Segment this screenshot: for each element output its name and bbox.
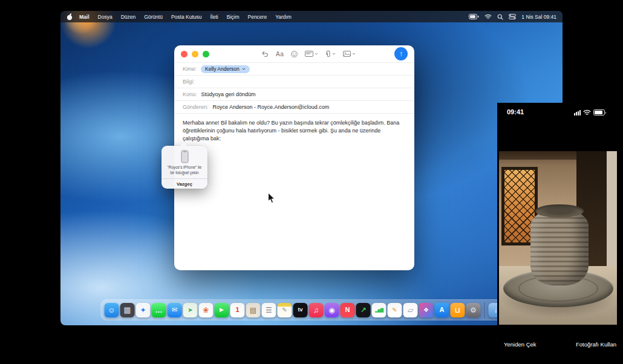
menu-bar-clock[interactable]: 1 Nis Sal 09:41 <box>521 14 556 20</box>
wifi-icon[interactable] <box>484 14 492 19</box>
menu-dosya[interactable]: Dosya <box>94 14 117 20</box>
subject-field[interactable]: Konu: Stüdyoya geri döndüm <box>174 88 414 100</box>
popover-message: “Royce's iPhone” ile bir fotoğraf çekin <box>161 163 207 178</box>
dock-icon-books[interactable]: ⊔ <box>451 303 465 317</box>
chevron-down-icon <box>242 68 246 70</box>
facetime-icon: ▶ <box>220 307 224 313</box>
maps-icon: ➤ <box>188 307 192 313</box>
recipient-token[interactable]: Kelly Anderson <box>201 65 250 73</box>
calendar-icon: 1 <box>235 307 239 313</box>
cancel-button[interactable]: Vazgeç <box>161 179 207 189</box>
minimize-button[interactable] <box>192 51 198 57</box>
menu-bar-left: Mail Dosya Düzen Görüntü Posta Kutusu İl… <box>67 13 296 21</box>
dock-icon-maps[interactable]: ➤ <box>183 303 198 317</box>
format-button[interactable]: Aa <box>276 51 284 57</box>
compose-tools: Aa <box>261 50 356 57</box>
dock-icon-calendar[interactable]: 1 <box>230 303 245 317</box>
to-field[interactable]: Kime: Kelly Anderson <box>174 62 414 75</box>
dock-icon-messages[interactable]: … <box>152 303 166 317</box>
menu-goruntu[interactable]: Görüntü <box>140 14 167 20</box>
dock-icon-podcasts[interactable]: ◉ <box>325 303 339 317</box>
dock-icon-notes[interactable]: ✎ <box>278 303 292 317</box>
media-browser-button[interactable] <box>343 51 356 57</box>
menu-mail[interactable]: Mail <box>75 14 94 20</box>
dock-icon-contacts[interactable]: ▤ <box>246 303 261 317</box>
undo-icon[interactable] <box>261 51 269 57</box>
chevron-down-icon <box>315 53 318 55</box>
dock-icon-pages[interactable]: ✎ <box>388 303 402 317</box>
news-icon: N <box>345 307 350 313</box>
retake-button[interactable]: Yeniden Çek <box>504 341 537 348</box>
use-photo-button[interactable]: Fotoğrafı Kullan <box>576 341 616 348</box>
paperclip-icon <box>325 50 331 57</box>
dock-icon-system-settings[interactable]: ⚙ <box>466 303 481 317</box>
send-button[interactable]: ↑ <box>394 47 408 60</box>
close-button[interactable] <box>181 51 188 57</box>
header-fields-button[interactable] <box>305 51 318 57</box>
dock-icon-mail[interactable]: ✉ <box>168 303 182 317</box>
cellular-signal-icon <box>574 110 581 115</box>
phone-clock: 09:41 <box>507 108 524 115</box>
battery-icon[interactable] <box>469 14 479 19</box>
camera-controls-bar: Yeniden Çek Fotoğrafı Kullan <box>497 325 623 364</box>
mail-compose-window: Aa <box>174 45 414 270</box>
clay-pot <box>530 209 589 285</box>
dock: ☺ ▦ ✦ … ✉ ➤ ❀ ▶ 1 ▤ ☰ ✎ tv ♫ ◉ N ↗ ▂▅▇ ✎… <box>101 299 523 320</box>
freeform-icon: ▱ <box>408 307 413 314</box>
dock-icon-app-store[interactable]: A <box>435 303 449 317</box>
iphone-icon <box>181 150 189 163</box>
dock-icon-launchpad[interactable]: ▦ <box>120 303 135 317</box>
gear-icon: ⚙ <box>470 307 477 314</box>
dock-icon-tv[interactable]: tv <box>293 303 308 317</box>
continuity-camera-popover: “Royce's iPhone” ile bir fotoğraf çekin … <box>161 146 207 189</box>
dock-icon-news[interactable]: N <box>341 303 355 317</box>
dock-icon-music[interactable]: ♫ <box>309 303 324 317</box>
dock-icon-finder[interactable]: ☺ <box>105 303 119 317</box>
control-center-icon[interactable] <box>509 14 516 19</box>
cc-field[interactable]: Bilgi: <box>174 75 414 88</box>
mouse-cursor <box>267 192 275 204</box>
mail-icon: ✉ <box>172 307 177 313</box>
app-store-icon: A <box>440 307 445 313</box>
apple-menu[interactable] <box>67 13 73 21</box>
menu-bicim[interactable]: Biçim <box>223 14 244 20</box>
pages-icon: ✎ <box>392 307 397 313</box>
attachment-button[interactable] <box>325 50 336 57</box>
from-field[interactable]: Gönderen: Royce Anderson - Royce.Anderso… <box>174 100 414 113</box>
message-body[interactable]: Merhaba anne! Bil bakalım ne oldu? Bu ya… <box>174 113 414 284</box>
zoom-button[interactable] <box>203 51 209 57</box>
header-fields-icon <box>305 51 313 57</box>
dock-icon-reminders[interactable]: ☰ <box>262 303 276 317</box>
white-door <box>607 151 617 270</box>
from-label: Gönderen: <box>183 104 209 110</box>
messages-icon: … <box>155 307 163 314</box>
recipient-name: Kelly Anderson <box>205 66 240 72</box>
dock-icon-numbers[interactable]: ▂▅▇ <box>372 303 387 317</box>
menu-ileti[interactable]: İleti <box>206 14 222 20</box>
camera-viewfinder <box>499 151 617 325</box>
menu-posta-kutusu[interactable]: Posta Kutusu <box>167 14 206 20</box>
photos-icon: ❀ <box>203 307 209 314</box>
contacts-icon: ▤ <box>250 307 256 314</box>
phone-status-icons <box>574 109 605 115</box>
spotlight-icon[interactable] <box>497 14 503 20</box>
dock-icon-freeform[interactable]: ▱ <box>403 303 418 317</box>
menu-pencere[interactable]: Pencere <box>244 14 272 20</box>
dock-icon-facetime[interactable]: ▶ <box>215 303 229 317</box>
notes-icon: ✎ <box>282 307 287 313</box>
launchpad-icon: ▦ <box>123 306 131 314</box>
apple-logo-icon <box>67 13 73 21</box>
dock-icon-shortcuts[interactable]: ❖ <box>419 303 434 317</box>
to-label: Kime: <box>183 66 197 72</box>
finder-icon: ☺ <box>108 307 115 314</box>
menu-duzen[interactable]: Düzen <box>117 14 140 20</box>
wifi-icon <box>583 109 591 115</box>
emoji-button[interactable] <box>291 51 298 57</box>
podcasts-icon: ◉ <box>328 307 334 314</box>
menu-yardim[interactable]: Yardım <box>271 14 296 20</box>
cc-label: Bilgi: <box>183 79 195 85</box>
dock-icon-photos[interactable]: ❀ <box>199 303 214 317</box>
emoji-icon <box>291 51 298 57</box>
dock-icon-stocks[interactable]: ↗ <box>356 303 371 317</box>
dock-icon-safari[interactable]: ✦ <box>136 303 151 317</box>
